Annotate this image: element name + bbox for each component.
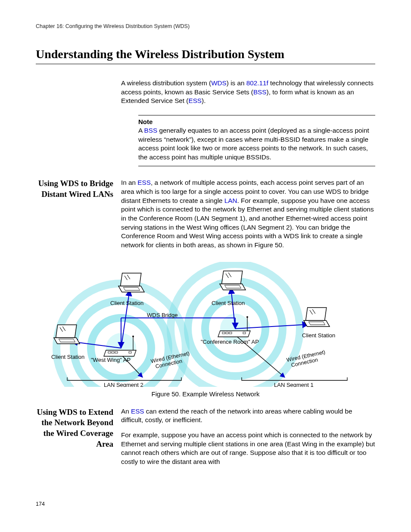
section-bridge-lans: Using WDS to Bridge Distant Wired LANs I… [36,178,375,255]
page: Chapter 16: Configuring the Wireless Dis… [0,0,411,532]
label-conference-ap: "Conference Room" AP [201,339,259,345]
text: A [138,127,144,134]
label-client-station: Client Station [212,300,245,306]
note-text: A BSS generally equates to an access poi… [138,127,369,161]
section2-paragraph-1: An ESS can extend the reach of the netwo… [121,407,375,425]
text: ). [202,97,206,104]
label-lan-segment-2: LAN Segment 2 [104,382,143,387]
text: ) is an [227,79,246,87]
label-lan-segment-1: LAN Segment 1 [274,382,314,387]
text: An [121,408,131,415]
text: generally equates to an access point (de… [138,127,369,161]
title-rule [36,64,375,64]
link-lan[interactable]: LAN [224,197,237,204]
section2-paragraph-2: For example, suppose you have an access … [121,431,375,467]
link-80211f[interactable]: 802.11f [246,79,268,87]
text: . For example, suppose you have one acce… [121,197,374,249]
section1-paragraph: In an ESS, a network of multiple access … [121,178,375,249]
intro-paragraph: A wireless distribution system (WDS) is … [121,79,375,106]
link-ess[interactable]: ESS [137,179,151,186]
note-label: Note [138,118,375,125]
figure-caption: Figure 50. Example Wireless Network [36,390,375,398]
laptop-icon [304,308,330,327]
label-client-station: Client Station [110,300,143,306]
text: A wireless distribution system ( [121,79,211,87]
text: can extend the reach of the network into… [121,408,352,424]
text: In an [121,179,137,186]
link-bss[interactable]: BSS [144,127,158,134]
link-wds[interactable]: WDS [211,79,227,87]
page-title: Understanding the Wireless Distribution … [36,47,375,61]
label-client-station: Client Station [302,332,335,339]
page-number: 174 [36,501,45,507]
link-ess[interactable]: ESS [131,408,144,415]
side-heading-bridge: Using WDS to Bridge Distant Wired LANs [36,178,121,199]
lan-bracket-1 [242,377,347,380]
side-heading-extend: Using WDS to Extend the Network Beyond t… [36,407,121,450]
chapter-header: Chapter 16: Configuring the Wireless Dis… [36,23,375,29]
figure-svg: WDS Bridge Client Station Cl [39,262,371,387]
label-client-station: Client Station [51,354,84,360]
figure-50: WDS Bridge Client Station Cl [39,262,371,387]
label-west-wing-ap: "West Wing" AP [91,357,131,363]
label-wds-bridge: WDS Bridge [147,312,178,318]
link-ess[interactable]: ESS [188,97,202,104]
link-bss[interactable]: BSS [253,88,267,96]
section-extend-network: Using WDS to Extend the Network Beyond t… [36,407,375,473]
intro-block: A wireless distribution system (WDS) is … [121,79,375,166]
note-box: Note A BSS generally equates to an acces… [138,115,375,167]
